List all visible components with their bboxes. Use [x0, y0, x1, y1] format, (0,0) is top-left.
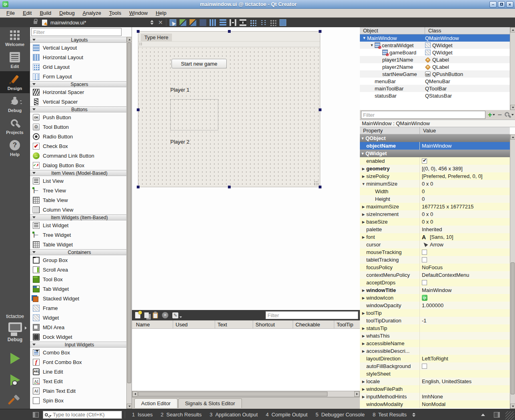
column-name[interactable]: Name [132, 320, 173, 328]
expander-icon[interactable]: ▶ [361, 311, 366, 315]
menu-item-analyze[interactable]: Analyze [79, 9, 105, 17]
toggle-right-panel-icon[interactable] [494, 412, 500, 418]
property-value-cell[interactable] [420, 362, 510, 370]
widget-command-link-button[interactable]: →Command Link Button [30, 151, 126, 160]
property-row-width[interactable]: Width0 [360, 188, 510, 195]
property-row-focuspolicy[interactable]: focusPolicyNoFocus [360, 264, 510, 271]
widget-font-combo-box[interactable]: fFont Combo Box [30, 357, 126, 367]
widget-check-box[interactable]: ✔Check Box [30, 141, 126, 151]
layout-vertically-splitter-icon[interactable] [240, 19, 246, 26]
column-text[interactable]: Text [215, 320, 253, 328]
mode-help[interactable]: ?Help [0, 137, 30, 159]
object-row-maintoolbar[interactable]: mainToolBarQToolBar [360, 85, 510, 92]
object-row-menubar[interactable]: menuBarQMenuBar [360, 78, 510, 85]
object-row-player1name[interactable]: player1NameQLabel [360, 56, 510, 63]
start-new-game-button[interactable]: Start new game [172, 59, 227, 68]
property-value-cell[interactable] [420, 157, 510, 165]
selection-handle[interactable] [137, 30, 140, 33]
expander-icon[interactable]: ▶ [361, 349, 366, 353]
layout-horizontally-icon[interactable] [210, 19, 216, 26]
menu-item-file[interactable]: File [2, 9, 19, 17]
property-row-acceptdrops[interactable]: acceptDrops [360, 279, 510, 286]
expander-icon[interactable]: ▶ [361, 380, 366, 384]
property-value-cell[interactable] [420, 347, 510, 355]
property-section-qwidget[interactable]: ▼QWidget [360, 150, 510, 157]
object-row-startnewgame[interactable]: startNewGameOKQPushButton [360, 70, 510, 78]
property-value-cell[interactable]: 1.000000 [420, 302, 510, 309]
expander-icon[interactable]: ▼ [361, 182, 366, 186]
property-row-windowopacity[interactable]: windowOpacity1.000000 [360, 302, 510, 309]
mode-projects[interactable]: Projects [0, 115, 30, 137]
object-row-player2name[interactable]: player2NameQLabel [360, 63, 510, 70]
widget-dock-widget[interactable]: Dock Widget [30, 332, 126, 342]
property-value-cell[interactable] [420, 340, 510, 347]
selection-handle[interactable] [228, 186, 231, 188]
property-value-cell[interactable]: Inherited [420, 226, 510, 233]
property-row-basesize[interactable]: ▶baseSize0 x 0 [360, 218, 510, 226]
property-row-tablettracking[interactable]: tabletTracking [360, 256, 510, 264]
property-value-cell[interactable]: LeftToRight [420, 355, 510, 362]
property-row-objectname[interactable]: objectNameMainWindow [360, 142, 510, 150]
expander-icon[interactable]: ▶ [361, 342, 366, 346]
window-resize-grip[interactable] [505, 411, 514, 420]
property-column-header[interactable]: Property [360, 127, 420, 134]
property-value-cell[interactable]: NonModal [420, 400, 510, 408]
object-row-gameboard[interactable]: gameBoardQWidget [360, 49, 510, 56]
layout-form-icon[interactable] [259, 19, 266, 26]
widget-horizontal-layout[interactable]: Horizontal Layout [30, 52, 126, 62]
property-row-windowmodality[interactable]: windowModalityNonModal [360, 400, 510, 408]
property-row-whatsthis[interactable]: ▶whatsThis [360, 332, 510, 340]
form-canvas[interactable]: Start new game Player 1 Player 2 [138, 48, 320, 187]
property-row-accessiblename[interactable]: ▶accessibleName [360, 340, 510, 347]
property-row-tooltip[interactable]: ▶toolTip [360, 309, 510, 317]
property-row-mousetracking[interactable]: mouseTracking [360, 248, 510, 256]
selection-handle[interactable] [319, 186, 321, 188]
mode-edit[interactable]: Edit [0, 49, 30, 71]
scroll-down-icon[interactable] [510, 404, 515, 409]
widget-tree-view[interactable]: Tree View [30, 186, 126, 195]
category-item-widgets-item-based[interactable]: Item Widgets (Item-Based) [30, 214, 126, 220]
property-value-cell[interactable]: [(0, 0), 456 x 389] [420, 165, 510, 172]
edit-signals-slots-icon[interactable] [180, 19, 186, 26]
scroll-down-icon[interactable] [127, 404, 132, 409]
widget-list-view[interactable]: List View [30, 176, 126, 186]
property-row-enabled[interactable]: enabled [360, 157, 510, 165]
checkbox-unchecked-icon[interactable] [422, 280, 427, 285]
class-column-header[interactable]: Class [425, 27, 445, 34]
widget-mdi-area[interactable]: MDI Area [30, 322, 126, 332]
toggle-left-panel-icon[interactable] [33, 412, 39, 418]
property-value-cell[interactable]: 16777215 x 16777215 [420, 203, 510, 210]
player2-label[interactable]: Player 2 [170, 139, 190, 145]
expander-icon[interactable]: ▶ [361, 205, 366, 209]
widget-text-edit[interactable]: AIText Edit [30, 376, 126, 386]
mode-design[interactable]: Design [0, 71, 30, 93]
property-row-geometry[interactable]: ▶geometry[(0, 0), 456 x 389] [360, 165, 510, 172]
locator[interactable] [43, 411, 122, 419]
scroll-up-icon[interactable] [510, 134, 515, 140]
object-row-centralwidget[interactable]: ▼centralWidgetQWidget [360, 42, 510, 49]
layout-vertically-icon[interactable] [220, 19, 226, 26]
property-value-cell[interactable] [420, 370, 510, 378]
tab-action-editor[interactable]: Action Editor [134, 398, 178, 408]
menu-item-window[interactable]: Window [125, 9, 152, 17]
expander-icon[interactable]: ▶ [361, 174, 366, 178]
scroll-right-icon[interactable] [354, 391, 359, 397]
property-value-cell[interactable] [420, 324, 510, 332]
action-editor-hscrollbar[interactable] [132, 391, 360, 397]
property-row-stylesheet[interactable]: styleSheet [360, 370, 510, 378]
property-value-cell[interactable] [420, 332, 510, 340]
property-value-cell[interactable]: 0 x 0 [420, 210, 510, 218]
property-value-cell[interactable]: MainWindow [420, 142, 510, 150]
scroll-up-icon[interactable] [127, 37, 132, 42]
edit-buddies-icon[interactable] [190, 19, 196, 26]
expander-icon[interactable]: ▶ [361, 212, 366, 216]
selection-handle[interactable] [137, 108, 140, 111]
expander-icon[interactable]: ▶ [361, 288, 366, 292]
property-value-cell[interactable]: English, UnitedStates [420, 378, 510, 385]
run-icon[interactable] [10, 353, 20, 364]
close-document-icon[interactable]: ✕ [158, 19, 163, 26]
form-mainwindow[interactable]: Type Here Start new game Player 1 Player… [138, 31, 320, 187]
menu-item-edit[interactable]: Edit [19, 9, 36, 17]
checkbox-unchecked-icon[interactable] [422, 364, 427, 369]
property-row-cursor[interactable]: cursorArrow [360, 241, 510, 248]
